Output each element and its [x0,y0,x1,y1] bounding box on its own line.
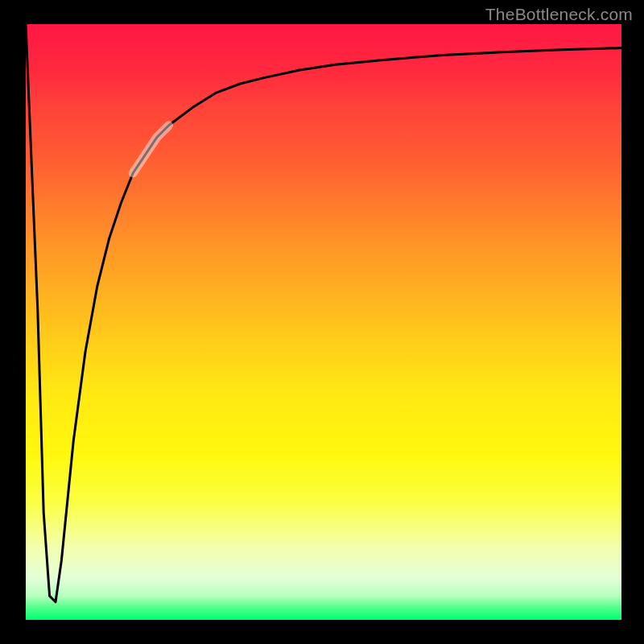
watermark-text: TheBottleneck.com [485,5,633,24]
highlight-segment [133,126,168,173]
bottleneck-curve-path [26,24,621,602]
chart-svg [26,24,621,620]
chart-frame: TheBottleneck.com [0,0,644,644]
plot-area [26,24,621,620]
